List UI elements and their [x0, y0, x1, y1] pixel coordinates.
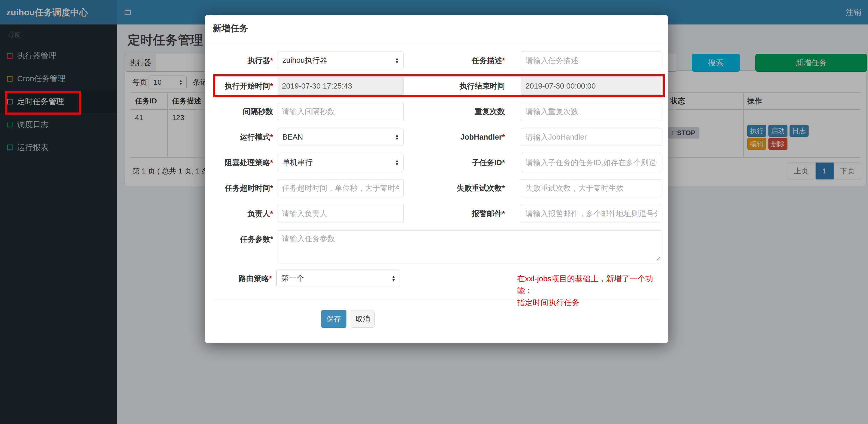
cancel-button[interactable]: 取消 — [350, 310, 375, 328]
select-arrows-icon: ▲▼ — [395, 134, 399, 140]
required-asterisk: * — [270, 158, 273, 167]
select-arrows-icon: ▲▼ — [392, 275, 396, 282]
run-mode-select[interactable]: BEAN ▲▼ — [278, 128, 403, 146]
timeout-label: 任务超时时间* — [213, 179, 273, 197]
child-task-label: 子任务ID* — [403, 154, 505, 171]
required-asterisk: * — [270, 56, 273, 65]
timeout-input[interactable] — [278, 179, 403, 197]
start-time-input[interactable] — [278, 77, 403, 95]
task-params-label: 任务参数* — [213, 230, 273, 263]
modal-body: 执行器* zuihou执行器 ▲▼ 任务描述* 执行开始时间* 执行结束时间 间… — [205, 43, 668, 328]
modal-header: 新增任务 — [205, 15, 668, 43]
interval-input[interactable] — [278, 103, 403, 120]
end-time-input[interactable] — [521, 77, 661, 95]
repeat-input[interactable] — [521, 103, 661, 120]
select-arrows-icon: ▲▼ — [395, 159, 399, 166]
form-row: 阻塞处理策略* 单机串行 ▲▼ 子任务ID* — [213, 154, 661, 171]
owner-label: 负责人* — [213, 205, 273, 222]
required-asterisk: * — [270, 82, 273, 90]
required-asterisk: * — [270, 133, 273, 141]
form-row: 运行模式* BEAN ▲▼ JobHandler* — [213, 128, 661, 146]
form-row: 路由策略* 第一个 ▲▼ 在xxl-jobs项目的基础上，新增了一个功能： 指定… — [213, 269, 661, 287]
alarm-email-label: 报警邮件* — [403, 205, 505, 222]
modal-title: 新增任务 — [213, 23, 660, 34]
add-task-modal: 新增任务 执行器* zuihou执行器 ▲▼ 任务描述* 执行开始时间* 执行结… — [205, 15, 668, 343]
start-time-label: 执行开始时间* — [213, 77, 273, 95]
alarm-email-input[interactable] — [521, 205, 661, 222]
form-row: 负责人* 报警邮件* — [213, 205, 661, 222]
resize-grip-icon[interactable] — [656, 256, 660, 260]
block-strategy-select[interactable]: 单机串行 ▲▼ — [278, 154, 403, 171]
form-row: 执行器* zuihou执行器 ▲▼ 任务描述* — [213, 52, 661, 69]
task-params-textarea[interactable] — [278, 230, 661, 263]
desc-label: 任务描述* — [403, 52, 505, 69]
block-strategy-label: 阻塞处理策略* — [213, 154, 273, 171]
end-time-label: 执行结束时间 — [403, 77, 505, 95]
route-strategy-select[interactable]: 第一个 ▲▼ — [276, 269, 400, 287]
form-row: 任务参数* — [213, 230, 661, 263]
executor-select[interactable]: zuihou执行器 ▲▼ — [278, 52, 403, 69]
required-asterisk: * — [269, 274, 272, 283]
child-task-input[interactable] — [521, 154, 661, 171]
required-asterisk: * — [270, 209, 273, 218]
retry-input[interactable] — [521, 179, 661, 197]
owner-input[interactable] — [278, 205, 403, 222]
jobhandler-label: JobHandler* — [403, 128, 505, 146]
feature-note-line2: 指定时间执行任务 — [517, 297, 661, 308]
required-asterisk: * — [502, 133, 505, 141]
form-row: 间隔秒数 重复次数 — [213, 103, 661, 120]
route-strategy-label: 路由策略* — [213, 269, 272, 287]
retry-label: 失败重试次数* — [403, 179, 505, 197]
jobhandler-input[interactable] — [521, 128, 661, 146]
form-row: 执行开始时间* 执行结束时间 — [213, 77, 661, 95]
required-asterisk: * — [502, 56, 505, 65]
run-mode-label: 运行模式* — [213, 128, 273, 146]
interval-label: 间隔秒数 — [213, 103, 273, 120]
desc-input[interactable] — [521, 52, 661, 69]
save-button[interactable]: 保存 — [321, 310, 346, 328]
form-row: 任务超时时间* 失败重试次数* — [213, 179, 661, 197]
feature-note: 在xxl-jobs项目的基础上，新增了一个功能： 指定时间执行任务 — [517, 269, 661, 287]
select-arrows-icon: ▲▼ — [395, 57, 399, 64]
feature-note-line1: 在xxl-jobs项目的基础上，新增了一个功能： — [517, 273, 661, 297]
repeat-label: 重复次数 — [403, 103, 505, 120]
executor-label: 执行器* — [213, 52, 273, 69]
